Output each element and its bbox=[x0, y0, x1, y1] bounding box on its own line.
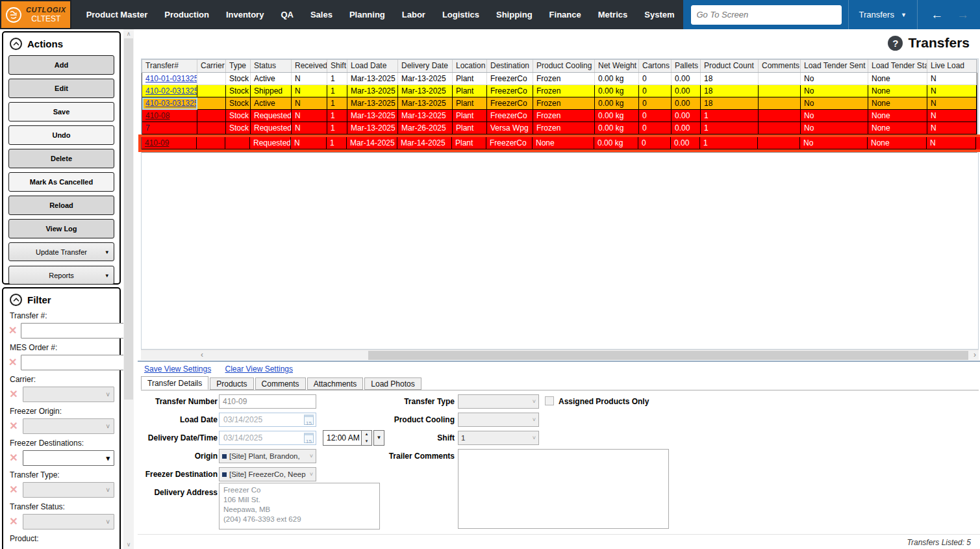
filter-input-transfer[interactable] bbox=[21, 323, 128, 338]
filter-select-transfer-status[interactable]: ˅ bbox=[23, 514, 114, 530]
scroll-left-icon[interactable]: ‹ bbox=[201, 350, 203, 360]
table-row[interactable]: 410-02-031325StockShippedN1Mar-13-2025Ma… bbox=[142, 85, 977, 97]
delete-button[interactable]: Delete bbox=[8, 149, 114, 168]
view-log-button[interactable]: View Log bbox=[8, 219, 114, 238]
clear-filter-icon[interactable]: ✕ bbox=[8, 326, 17, 336]
menu-item-logistics[interactable]: Logistics bbox=[434, 0, 488, 29]
save-view-settings-link[interactable]: Save View Settings bbox=[144, 364, 211, 374]
transfer-link[interactable]: 410-08 bbox=[145, 111, 170, 120]
horizontal-scrollbar-thumb[interactable] bbox=[368, 351, 968, 360]
table-row[interactable]: 410-03-031325StockActiveN1Mar-13-2025Mar… bbox=[142, 97, 977, 110]
transfer-number-input[interactable] bbox=[219, 394, 316, 409]
column-header-comments[interactable]: Comments bbox=[759, 60, 801, 72]
menu-item-qa[interactable]: QA bbox=[272, 0, 302, 29]
undo-button[interactable]: Undo bbox=[8, 125, 114, 145]
table-row[interactable]: 410-09RequestedN1Mar-14-2025Mar-14-2025P… bbox=[141, 137, 980, 149]
tab-load-photos[interactable]: Load Photos bbox=[364, 377, 421, 390]
delivery-time-value[interactable]: 12:00 AM bbox=[323, 430, 362, 446]
filter-select-transfer-type[interactable]: ˅ bbox=[23, 482, 114, 498]
transfer-link[interactable]: 410-02-031325 bbox=[145, 86, 197, 96]
delivery-address-textarea[interactable]: Freezer Co 106 Mill St. Neepawa, MB (204… bbox=[219, 483, 380, 530]
clear-filter-icon[interactable]: ✕ bbox=[8, 485, 19, 495]
column-header-product-cooling[interactable]: Product Cooling bbox=[533, 60, 595, 72]
time-up-icon[interactable]: ▲ bbox=[362, 431, 371, 438]
sidebar-scrollbar[interactable]: ∧ ∨ bbox=[123, 29, 134, 549]
selected-row-highlight[interactable]: 410-09RequestedN1Mar-14-2025Mar-14-2025P… bbox=[138, 134, 980, 152]
reload-button[interactable]: Reload bbox=[8, 196, 114, 215]
update-transfer-dropdown-button[interactable]: Update Transfer▾ bbox=[8, 242, 114, 261]
column-header-net-weight[interactable]: Net Weight bbox=[595, 60, 639, 72]
scroll-up-icon[interactable]: ∧ bbox=[123, 31, 134, 37]
menu-item-planning[interactable]: Planning bbox=[341, 0, 394, 29]
freezer-destination-select[interactable]: [Site] FreezerCo, Neep ˅ bbox=[219, 467, 316, 481]
calendar-icon[interactable]: 15 bbox=[304, 433, 314, 443]
save-button[interactable]: Save bbox=[8, 102, 114, 121]
column-header-pallets[interactable]: Pallets bbox=[672, 60, 701, 72]
scroll-down-icon[interactable]: ∨ bbox=[123, 541, 134, 548]
menu-item-production[interactable]: Production bbox=[156, 0, 218, 29]
clear-filter-icon[interactable]: ✕ bbox=[8, 421, 19, 431]
column-header-transfer-[interactable]: Transfer# bbox=[142, 60, 197, 72]
tab-products[interactable]: Products bbox=[210, 377, 253, 390]
menu-item-finance[interactable]: Finance bbox=[541, 0, 590, 29]
table-row[interactable]: 410-01-031325StockActiveN1Mar-13-2025Mar… bbox=[142, 73, 977, 85]
filter-select-freezer-destinations[interactable]: ▾ bbox=[23, 450, 114, 466]
column-header-status[interactable]: Status bbox=[251, 60, 292, 72]
go-to-screen-input[interactable] bbox=[691, 5, 842, 25]
menu-item-product-master[interactable]: Product Master bbox=[78, 0, 157, 29]
add-button[interactable]: Add bbox=[8, 55, 114, 75]
column-header-product-count[interactable]: Product Count bbox=[701, 60, 759, 72]
table-row[interactable]: 410-08StockRequestedN1Mar-13-2025Mar-13-… bbox=[142, 110, 977, 122]
back-arrow-icon[interactable]: ← bbox=[924, 8, 950, 22]
transfer-link[interactable]: 7 bbox=[145, 123, 150, 133]
transfer-link[interactable]: 410-01-031325 bbox=[145, 74, 197, 83]
column-header-location[interactable]: Location bbox=[453, 60, 487, 72]
clear-filter-icon[interactable]: ✕ bbox=[8, 357, 17, 368]
column-header-shift[interactable]: Shift bbox=[327, 60, 347, 72]
column-header-carrier[interactable]: Carrier bbox=[197, 60, 226, 72]
column-header-cartons[interactable]: Cartons bbox=[639, 60, 672, 72]
clear-filter-icon[interactable]: ✕ bbox=[8, 517, 19, 527]
origin-select[interactable]: [Site] Plant, Brandon, ˅ bbox=[219, 449, 316, 463]
assigned-products-only-checkbox[interactable] bbox=[545, 396, 554, 405]
filter-input-mes-order[interactable] bbox=[21, 355, 128, 370]
menu-item-metrics[interactable]: Metrics bbox=[590, 0, 636, 29]
column-header-type[interactable]: Type bbox=[226, 60, 251, 72]
table-row[interactable]: 7StockRequestedN1Mar-13-2025Mar-26-2025P… bbox=[142, 122, 977, 134]
close-icon[interactable]: ✕ bbox=[976, 8, 980, 21]
collapse-actions-icon[interactable] bbox=[10, 38, 22, 50]
time-down-icon[interactable]: ▼ bbox=[362, 438, 371, 445]
reports-dropdown-button[interactable]: Reports▾ bbox=[8, 266, 114, 285]
forward-arrow-icon[interactable]: → bbox=[950, 8, 976, 22]
delivery-date-input[interactable]: 03/14/2025 15 bbox=[219, 431, 316, 445]
tab-comments[interactable]: Comments bbox=[255, 377, 306, 390]
collapse-filter-icon[interactable] bbox=[10, 294, 22, 306]
column-header-load-tender-sent[interactable]: Load Tender Sent bbox=[801, 60, 868, 72]
column-header-received[interactable]: Received bbox=[292, 60, 327, 72]
clear-filter-icon[interactable]: ✕ bbox=[8, 389, 19, 400]
transfer-link[interactable]: 410-03-031325 bbox=[145, 99, 197, 108]
column-header-destination[interactable]: Destination bbox=[487, 60, 533, 72]
sidebar-scrollbar-thumb[interactable] bbox=[124, 38, 133, 400]
edit-button[interactable]: Edit bbox=[8, 79, 114, 98]
clear-filter-icon[interactable]: ✕ bbox=[8, 453, 19, 463]
delivery-time-spinner[interactable]: 12:00 AM ▲ ▼ ▼ bbox=[323, 430, 384, 446]
mark-as-cancelled-button[interactable]: Mark As Cancelled bbox=[8, 172, 114, 192]
transfer-link[interactable]: 410-09 bbox=[145, 138, 169, 147]
menu-item-labor[interactable]: Labor bbox=[394, 0, 434, 29]
trailer-comments-textarea[interactable] bbox=[458, 449, 669, 529]
horizontal-scrollbar[interactable]: ‹ › bbox=[141, 350, 979, 360]
shift-select[interactable]: 1 ˅ bbox=[458, 431, 539, 445]
menu-item-sales[interactable]: Sales bbox=[302, 0, 341, 29]
tab-transfer-details[interactable]: Transfer Details bbox=[141, 376, 208, 390]
tab-attachments[interactable]: Attachments bbox=[307, 377, 364, 390]
menu-item-system[interactable]: System bbox=[636, 0, 683, 29]
clear-view-settings-link[interactable]: Clear View Settings bbox=[225, 364, 294, 374]
product-cooling-select[interactable]: ˅ bbox=[458, 413, 539, 427]
menu-item-inventory[interactable]: Inventory bbox=[218, 0, 273, 29]
filter-select-freezer-origin[interactable]: ˅ bbox=[23, 418, 114, 434]
transfer-type-select[interactable]: ˅ bbox=[458, 394, 539, 409]
filter-select-carrier[interactable]: ˅ bbox=[23, 387, 114, 402]
column-header-live-load[interactable]: Live Load bbox=[927, 60, 977, 72]
screen-selector-dropdown[interactable]: Transfers ▼ bbox=[855, 10, 911, 19]
